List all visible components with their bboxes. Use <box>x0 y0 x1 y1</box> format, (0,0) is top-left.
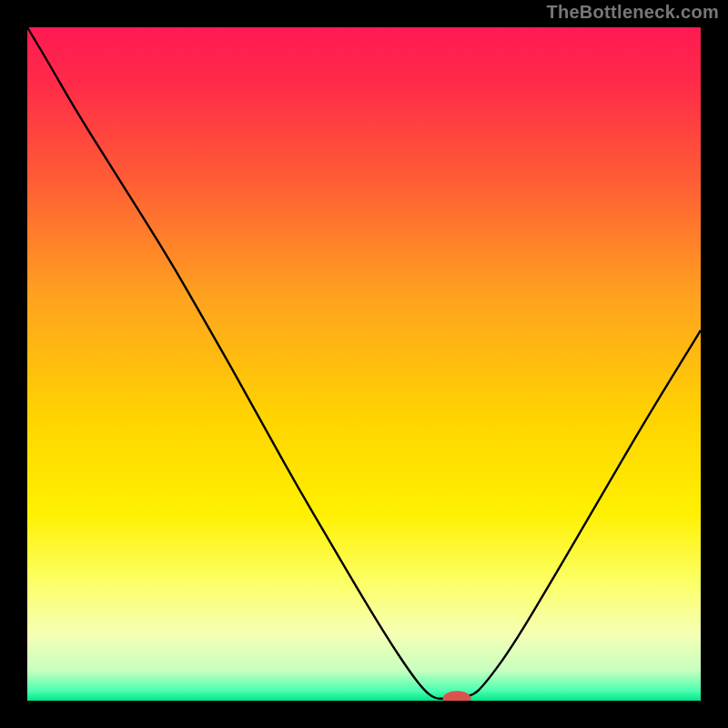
chart-svg <box>27 27 701 701</box>
chart-frame: TheBottleneck.com <box>0 0 728 728</box>
watermark-text: TheBottleneck.com <box>546 2 719 23</box>
plot-area <box>27 27 701 701</box>
